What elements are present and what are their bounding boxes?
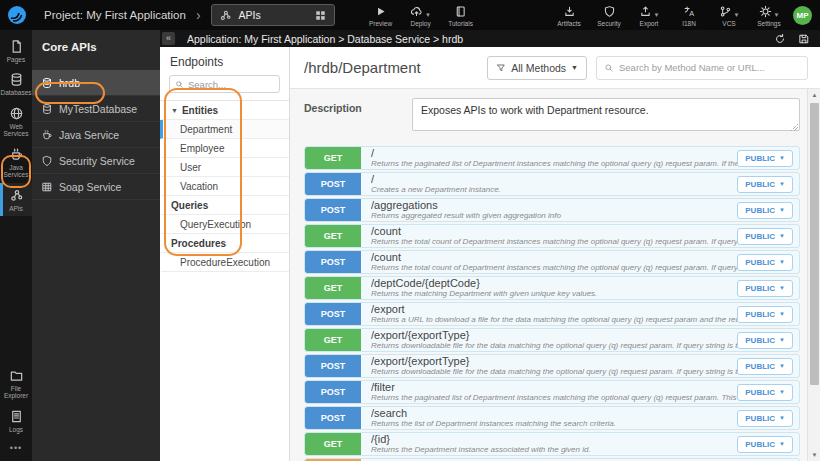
scrollbar-thumb[interactable] bbox=[810, 103, 819, 385]
tree-group-procedures[interactable]: Procedures bbox=[160, 234, 289, 253]
api-row[interactable]: GET/countReturns the total count of Depa… bbox=[304, 224, 800, 248]
description-textarea[interactable]: Exposes APIs to work with Department res… bbox=[412, 98, 800, 131]
core-api-item-soap-service[interactable]: Soap Service bbox=[32, 174, 160, 200]
scroll-down-arrow[interactable]: ▼ bbox=[808, 449, 820, 461]
sidebar-item-java-services[interactable]: Java Services bbox=[0, 142, 32, 183]
sidebar-item-pages[interactable]: Pages bbox=[0, 34, 32, 67]
visibility-dropdown[interactable]: PUBLIC▼ bbox=[737, 306, 793, 323]
api-path: /filter bbox=[371, 382, 737, 394]
action-label: Deploy bbox=[410, 20, 430, 27]
tree-item-vacation[interactable]: Vacation bbox=[160, 177, 289, 196]
api-path: /count bbox=[371, 226, 737, 238]
security-button[interactable]: Security bbox=[596, 4, 622, 27]
tree-item-procedureexecution[interactable]: ProcedureExecution bbox=[160, 253, 289, 272]
visibility-dropdown[interactable]: PUBLIC▼ bbox=[737, 176, 793, 193]
sidebar-item-web-services[interactable]: Web Services bbox=[0, 101, 32, 142]
deploy-button[interactable]: ▼Deploy bbox=[408, 4, 434, 27]
tree-item-queryexecution[interactable]: QueryExecution bbox=[160, 215, 289, 234]
visibility-dropdown[interactable]: PUBLIC▼ bbox=[737, 254, 793, 271]
get-method-badge: GET bbox=[305, 329, 361, 351]
api-description: Returns the Department instance associat… bbox=[371, 446, 737, 454]
visibility-dropdown[interactable]: PUBLIC▼ bbox=[737, 358, 793, 375]
caret-down-icon: ▼ bbox=[779, 363, 785, 369]
visibility-label: PUBLIC bbox=[745, 440, 775, 449]
topbar-left-actions: Preview▼DeployTutorials bbox=[361, 4, 481, 27]
endpoints-search-input[interactable] bbox=[188, 79, 274, 90]
scroll-up-arrow[interactable]: ▲ bbox=[808, 89, 820, 101]
resize-grip[interactable] bbox=[791, 124, 798, 131]
visibility-label: PUBLIC bbox=[745, 310, 775, 319]
endpoints-search[interactable] bbox=[169, 75, 280, 93]
core-api-label: Soap Service bbox=[59, 181, 121, 193]
core-api-item-security-service[interactable]: Security Service bbox=[32, 148, 160, 174]
api-row[interactable]: GET/Returns the paginated list of Depart… bbox=[304, 146, 800, 170]
api-row[interactable]: POST/Creates a new Department instance.P… bbox=[304, 172, 800, 196]
preview-button[interactable]: Preview bbox=[368, 4, 394, 27]
coffee-icon bbox=[9, 147, 24, 162]
core-api-item-mytestdatabase[interactable]: MyTestDatabase bbox=[32, 96, 160, 122]
tab-apis[interactable]: APIs bbox=[211, 4, 335, 26]
core-api-item-hrdb[interactable]: hrdb bbox=[32, 70, 160, 96]
soap-icon bbox=[41, 181, 53, 193]
i18n-button[interactable]: AI18N bbox=[676, 4, 702, 27]
methods-filter-label: All Methods bbox=[511, 62, 566, 74]
visibility-dropdown[interactable]: PUBLIC▼ bbox=[737, 436, 793, 453]
api-row[interactable]: POST/filterReturns the paginated list of… bbox=[304, 380, 800, 404]
visibility-dropdown[interactable]: PUBLIC▼ bbox=[737, 410, 793, 427]
visibility-dropdown[interactable]: PUBLIC▼ bbox=[737, 280, 793, 297]
method-search[interactable] bbox=[596, 56, 808, 80]
sidebar-item-apis[interactable]: APIs bbox=[0, 183, 32, 216]
vcs-button[interactable]: ▼VCS bbox=[716, 4, 742, 27]
api-list-body: Description Exposes APIs to work with De… bbox=[290, 89, 820, 461]
visibility-dropdown[interactable]: PUBLIC▼ bbox=[737, 228, 793, 245]
api-row[interactable]: GET/{id}Returns the Department instance … bbox=[304, 432, 800, 456]
vertical-scrollbar[interactable]: ▲ ▼ bbox=[807, 89, 820, 461]
tree-item-user[interactable]: User bbox=[160, 158, 289, 177]
method-search-input[interactable] bbox=[619, 62, 800, 73]
tree-item-employee[interactable]: Employee bbox=[160, 139, 289, 158]
api-row[interactable]: GET/export/{exportType}Returns downloada… bbox=[304, 328, 800, 352]
save-icon[interactable] bbox=[798, 33, 810, 45]
core-apis-panel: Core APIs hrdbMyTestDatabaseJava Service… bbox=[32, 30, 160, 461]
logs-icon bbox=[9, 409, 24, 424]
sidebar-item-file-explorer[interactable]: File Explorer bbox=[0, 363, 32, 404]
api-description: Returns the list of Department instances… bbox=[371, 420, 737, 428]
api-row[interactable]: POST/exportReturns a URL to download a f… bbox=[304, 302, 800, 326]
visibility-dropdown[interactable]: PUBLIC▼ bbox=[737, 332, 793, 349]
settings-button[interactable]: ▼Settings bbox=[756, 4, 782, 27]
caret-down-icon: ▼ bbox=[779, 311, 785, 317]
api-row[interactable]: POST/countReturns the total count of Dep… bbox=[304, 250, 800, 274]
core-api-item-java-service[interactable]: Java Service bbox=[32, 122, 160, 148]
refresh-icon[interactable] bbox=[774, 33, 786, 45]
caret-down-icon: ▼ bbox=[779, 155, 785, 161]
visibility-dropdown[interactable]: PUBLIC▼ bbox=[737, 384, 793, 401]
visibility-label: PUBLIC bbox=[745, 154, 775, 163]
collapse-panel-button[interactable]: « bbox=[162, 32, 175, 45]
methods-filter-dropdown[interactable]: All Methods ▼ bbox=[487, 56, 587, 80]
api-row[interactable]: POST/searchReturns the list of Departmen… bbox=[304, 406, 800, 430]
tree-group-entities[interactable]: ▼Entities bbox=[160, 101, 289, 120]
export-button[interactable]: ▼Export bbox=[636, 4, 662, 27]
grid-icon[interactable] bbox=[314, 9, 327, 22]
api-row[interactable]: GET/deptCode/{deptCode}Returns the match… bbox=[304, 276, 800, 300]
sidebar-item-databases[interactable]: Databases bbox=[0, 67, 32, 100]
api-row[interactable]: POST/export/{exportType}Returns download… bbox=[304, 354, 800, 378]
post-method-badge: POST bbox=[305, 173, 361, 195]
book-icon bbox=[454, 5, 467, 18]
artifacts-button[interactable]: Artifacts bbox=[556, 4, 582, 27]
sidebar-item-logs[interactable]: Logs bbox=[0, 404, 32, 437]
visibility-dropdown[interactable]: PUBLIC▼ bbox=[737, 202, 793, 219]
get-method-badge: GET bbox=[305, 147, 361, 169]
tutorials-button[interactable]: Tutorials bbox=[448, 4, 474, 27]
svg-text:A: A bbox=[689, 8, 694, 17]
tree-label: Department bbox=[180, 124, 232, 135]
user-avatar[interactable]: MP bbox=[793, 6, 812, 25]
app-logo[interactable] bbox=[0, 0, 34, 30]
api-row[interactable]: POST/aggregationsReturns aggregated resu… bbox=[304, 198, 800, 222]
tree-item-department[interactable]: Department bbox=[160, 120, 289, 139]
tree-group-queries[interactable]: Queries bbox=[160, 196, 289, 215]
visibility-dropdown[interactable]: PUBLIC▼ bbox=[737, 150, 793, 167]
play-icon bbox=[374, 5, 387, 18]
more-menu-button[interactable]: ••• bbox=[0, 437, 32, 461]
visibility-label: PUBLIC bbox=[745, 258, 775, 267]
